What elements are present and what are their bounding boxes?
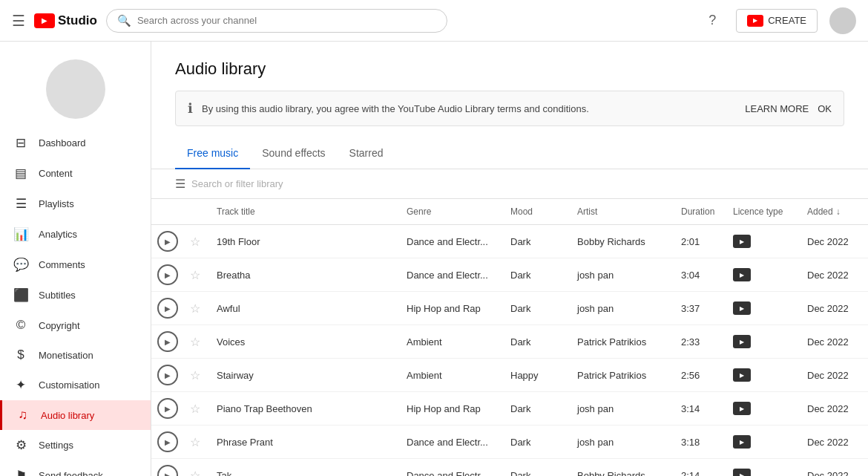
track-genre: Ambient <box>401 359 504 392</box>
create-label: CREATE <box>768 15 806 26</box>
track-licence <box>727 225 801 258</box>
sidebar-label-monetisation: Monetisation <box>39 350 93 361</box>
track-duration: 3:04 <box>675 258 727 292</box>
menu-icon[interactable]: ☰ <box>12 12 25 30</box>
comments-icon: 💬 <box>13 257 28 273</box>
yt-logo[interactable]: Studio <box>34 13 97 28</box>
table-row: ▶ ☆ Tak Dance and Electr... Dark Bobby R… <box>151 459 868 477</box>
track-added: Dec 2022 <box>801 459 868 477</box>
track-genre: Dance and Electr... <box>401 459 504 477</box>
sidebar-item-dashboard[interactable]: ⊟ Dashboard <box>0 128 151 158</box>
sidebar-item-analytics[interactable]: 📊 Analytics <box>0 219 151 250</box>
licence-badge <box>733 268 751 281</box>
create-button[interactable]: CREATE <box>736 9 818 33</box>
sidebar-item-subtitles[interactable]: ⬛ Subtitles <box>0 280 151 310</box>
star-button[interactable]: ☆ <box>190 235 200 249</box>
search-bar: 🔍 <box>106 9 447 33</box>
play-button[interactable]: ▶ <box>157 331 178 352</box>
sidebar-item-content[interactable]: ▤ Content <box>0 158 151 189</box>
youtube-icon <box>34 13 55 28</box>
sidebar-label-copyright: Copyright <box>39 320 80 331</box>
col-header-play <box>151 199 184 225</box>
sidebar-label-customisation: Customisation <box>39 379 99 391</box>
banner-text: By using this audio library, you agree w… <box>202 103 736 114</box>
banner-actions: LEARN MORE OK <box>745 103 832 114</box>
info-banner: ℹ By using this audio library, you agree… <box>175 91 844 126</box>
star-button[interactable]: ☆ <box>190 469 200 477</box>
play-button[interactable]: ▶ <box>157 465 178 476</box>
analytics-icon: 📊 <box>13 226 28 242</box>
play-button[interactable]: ▶ <box>157 231 178 252</box>
track-added: Dec 2022 <box>801 325 868 359</box>
col-header-added: Added ↓ <box>801 199 868 225</box>
subtitles-icon: ⬛ <box>13 287 28 303</box>
tabs: Free music Sound effects Starred <box>151 138 868 169</box>
track-licence <box>727 258 801 292</box>
play-button[interactable]: ▶ <box>157 398 178 419</box>
licence-badge <box>733 335 751 348</box>
customisation-icon: ✦ <box>13 377 28 393</box>
sidebar-item-copyright[interactable]: © Copyright <box>0 310 151 340</box>
star-button[interactable]: ☆ <box>190 368 200 382</box>
ok-button[interactable]: OK <box>818 103 832 114</box>
track-duration: 2:14 <box>675 459 727 477</box>
avatar[interactable] <box>829 7 856 34</box>
track-mood: Dark <box>504 225 571 258</box>
tab-starred[interactable]: Starred <box>338 138 395 169</box>
track-genre: Ambient <box>401 325 504 359</box>
track-duration: 2:56 <box>675 359 727 392</box>
sidebar-item-monetisation[interactable]: $ Monetisation <box>0 340 151 370</box>
sidebar-label-content: Content <box>39 168 73 179</box>
star-button[interactable]: ☆ <box>190 402 200 416</box>
topbar: ☰ Studio 🔍 ? CREATE <box>0 0 868 42</box>
play-button[interactable]: ▶ <box>157 365 178 385</box>
sidebar-label-playlists: Playlists <box>39 198 74 209</box>
star-button[interactable]: ☆ <box>190 301 200 316</box>
search-icon: 🔍 <box>117 14 131 27</box>
content-icon: ▤ <box>13 166 28 181</box>
star-button[interactable]: ☆ <box>190 335 200 349</box>
col-header-track-title: Track title <box>211 199 401 225</box>
play-button[interactable]: ▶ <box>157 264 178 285</box>
licence-badge <box>733 301 751 315</box>
track-duration: 3:18 <box>675 426 727 459</box>
track-mood: Dark <box>504 292 571 325</box>
sidebar-item-playlists[interactable]: ☰ Playlists <box>0 189 151 219</box>
sidebar-item-settings[interactable]: ⚙ Settings <box>0 430 151 460</box>
table-row: ▶ ☆ Breatha Dance and Electr... Dark jos… <box>151 258 868 292</box>
search-input[interactable] <box>137 15 436 26</box>
playlists-icon: ☰ <box>13 196 28 212</box>
studio-label: Studio <box>58 13 97 28</box>
track-title: Voices <box>211 325 401 359</box>
sidebar-item-customisation[interactable]: ✦ Customisation <box>0 370 151 400</box>
track-licence <box>727 325 801 359</box>
sidebar-label-comments: Comments <box>39 259 85 270</box>
filter-input[interactable] <box>191 178 844 189</box>
learn-more-button[interactable]: LEARN MORE <box>745 103 809 114</box>
dashboard-icon: ⊟ <box>13 135 28 151</box>
track-added: Dec 2022 <box>801 258 868 292</box>
track-mood: Dark <box>504 426 571 459</box>
sidebar-item-audio-library[interactable]: ♫ Audio library <box>0 400 151 430</box>
tab-free-music[interactable]: Free music <box>175 138 250 169</box>
sidebar-item-send-feedback[interactable]: ⚑ Send feedback <box>0 460 151 476</box>
sidebar-channel-avatar <box>46 59 105 119</box>
star-button[interactable]: ☆ <box>190 435 200 449</box>
licence-badge <box>733 368 751 382</box>
track-artist: Bobby Richards <box>571 459 675 477</box>
track-title: Awful <box>211 292 401 325</box>
track-table: Track title Genre Mood Artist Duration L… <box>151 199 868 476</box>
sidebar-item-comments[interactable]: 💬 Comments <box>0 250 151 280</box>
play-button[interactable]: ▶ <box>157 298 178 319</box>
track-genre: Hip Hop and Rap <box>401 392 504 426</box>
star-button[interactable]: ☆ <box>190 268 200 282</box>
track-licence <box>727 459 801 477</box>
play-button[interactable]: ▶ <box>157 431 178 452</box>
col-header-mood: Mood <box>504 199 571 225</box>
track-genre: Hip Hop and Rap <box>401 292 504 325</box>
track-duration: 3:14 <box>675 392 727 426</box>
track-artist: josh pan <box>571 292 675 325</box>
tab-sound-effects[interactable]: Sound effects <box>250 138 337 169</box>
help-button[interactable]: ? <box>700 9 724 33</box>
filter-icon: ☰ <box>175 177 185 191</box>
